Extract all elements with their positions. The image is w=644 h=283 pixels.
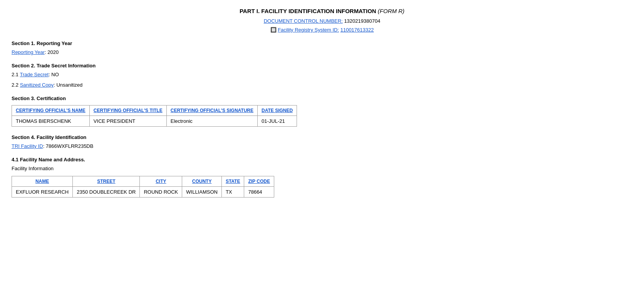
cert-name-header[interactable]: CERTIFYING OFFICIAL'S NAME xyxy=(12,105,90,116)
table-row: EXFLUOR RESEARCH 2350 DOUBLECREEK DR ROU… xyxy=(12,187,274,198)
cert-date-cell: 01-JUL-21 xyxy=(258,116,297,127)
section3-header: Section 3. Certification xyxy=(12,95,632,101)
cert-date-header[interactable]: DATE SIGNED xyxy=(258,105,297,116)
cert-name-cell: THOMAS BIERSCHENK xyxy=(12,116,90,127)
trade-secret-label-link[interactable]: Trade Secret xyxy=(20,72,49,77)
facility-registry-value-link[interactable]: 110017613322 xyxy=(340,27,374,33)
facility-city-header[interactable]: CITY xyxy=(140,176,182,187)
doc-control-label-link[interactable]: DOCUMENT CONTROL NUMBER: xyxy=(264,18,343,24)
sanitized-copy-field: 2.2 Sanitized Copy: Unsanitized xyxy=(12,82,632,88)
facility-table: NAME STREET CITY COUNTY STATE ZIP CODE E… xyxy=(12,176,274,198)
facility-registry-icon: 🔲 xyxy=(270,27,277,33)
section4-header: Section 4. Facility Identification xyxy=(12,134,632,140)
cert-title-header[interactable]: CERTIFYING OFFICIAL'S TITLE xyxy=(89,105,166,116)
section2-header: Section 2. Trade Secret Information xyxy=(12,63,632,69)
cert-title-cell: VICE PRESIDENT xyxy=(89,116,166,127)
facility-county-header[interactable]: COUNTY xyxy=(182,176,222,187)
certification-table: CERTIFYING OFFICIAL'S NAME CERTIFYING OF… xyxy=(12,105,297,127)
trade-secret-field: 2.1 Trade Secret: NO xyxy=(12,72,632,77)
facility-city-cell: ROUND ROCK xyxy=(140,187,182,198)
page-title: PART I. FACILITY IDENTIFICATION INFORMAT… xyxy=(12,8,632,14)
tri-facility-label-link[interactable]: TRI Facility ID xyxy=(12,143,43,149)
trade-secret-value: NO xyxy=(51,72,59,77)
facility-county-cell: WILLIAMSON xyxy=(182,187,222,198)
sanitized-copy-label-link[interactable]: Sanitized Copy xyxy=(20,82,54,88)
facility-state-header[interactable]: STATE xyxy=(221,176,244,187)
sanitized-copy-value: Unsanitized xyxy=(56,82,82,88)
facility-info-label: Facility Information xyxy=(12,166,632,171)
section1-header: Section 1. Reporting Year xyxy=(12,40,632,46)
facility-registry-label-link[interactable]: Facility Registry System ID: xyxy=(278,27,339,33)
facility-zip-header[interactable]: ZIP CODE xyxy=(244,176,274,187)
facility-name-cell: EXFLUOR RESEARCH xyxy=(12,187,73,198)
meta-facility-registry: 🔲 Facility Registry System ID: 110017613… xyxy=(12,27,632,33)
doc-control-value: 1320219380704 xyxy=(344,18,380,24)
section4-1-header: 4.1 Facility Name and Address. xyxy=(12,157,632,162)
facility-state-cell: TX xyxy=(221,187,244,198)
reporting-year-value: 2020 xyxy=(47,49,59,55)
cert-signature-header[interactable]: CERTIFYING OFFICIAL'S SIGNATURE xyxy=(166,105,257,116)
facility-street-header[interactable]: STREET xyxy=(73,176,140,187)
reporting-year-label-link[interactable]: Reporting Year xyxy=(12,49,45,55)
meta-doc-control: DOCUMENT CONTROL NUMBER: 1320219380704 xyxy=(12,18,632,24)
facility-street-cell: 2350 DOUBLECREEK DR xyxy=(73,187,140,198)
tri-facility-field: TRI Facility ID: 7866WXFLRR235DB xyxy=(12,143,632,149)
facility-name-header[interactable]: NAME xyxy=(12,176,73,187)
reporting-year-field: Reporting Year: 2020 xyxy=(12,49,632,55)
facility-zip-cell: 78664 xyxy=(244,187,274,198)
table-row: THOMAS BIERSCHENK VICE PRESIDENT Electro… xyxy=(12,116,297,127)
tri-facility-value: 7866WXFLRR235DB xyxy=(46,143,94,149)
cert-signature-cell: Electronic xyxy=(166,116,257,127)
